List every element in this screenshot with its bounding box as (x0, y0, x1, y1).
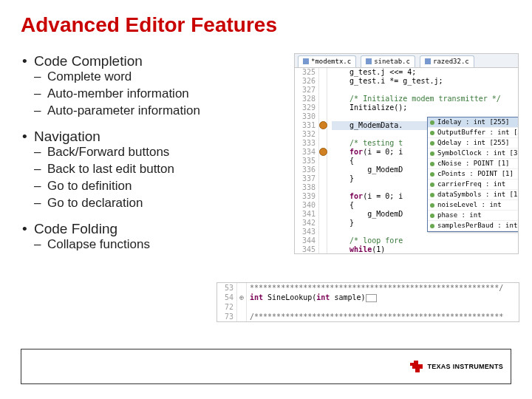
field-icon (430, 120, 434, 125)
tab-sinetab[interactable]: sinetab.c (361, 55, 415, 67)
completion-item[interactable]: samplesPerBaud : int (428, 221, 519, 231)
fold-screenshot: 53 *************************************… (216, 282, 519, 322)
field-icon (430, 183, 434, 187)
footer: TEXAS INSTRUMENTS (21, 349, 511, 384)
sub-back-forward: Back/Forward buttons (34, 145, 294, 160)
warning-marker-icon (319, 121, 327, 129)
bullet-code-folding: Code Folding (34, 221, 117, 236)
brand-text: TEXAS INSTRUMENTS (427, 364, 503, 370)
completion-item[interactable]: OutputBuffer : int [32] (428, 128, 519, 138)
completion-item[interactable]: Idelay : int [255] (428, 117, 519, 128)
sub-auto-member: Auto-member information (34, 86, 294, 101)
code-area: g_test.j <<= 4; g_test.i *= g_test.j; /*… (327, 68, 518, 254)
c-file-icon (366, 58, 372, 64)
fold-placeholder[interactable] (366, 294, 378, 302)
completion-item[interactable]: SymbolClock : int [32] (428, 149, 519, 159)
completion-item[interactable]: Qdelay : int [255] (428, 138, 519, 149)
ti-logo: TEXAS INSTRUMENTS (409, 360, 503, 373)
code-text: (i = 0; i (363, 148, 403, 156)
field-icon (430, 141, 434, 146)
fold-expand-icon[interactable]: ⊕ (237, 293, 247, 302)
sub-go-declaration: Go to declaration (34, 196, 294, 211)
line-gutter: 3253263273283293303313323333343353363373… (295, 68, 319, 254)
slide-title: Advanced Editor Features (21, 13, 511, 37)
completion-item[interactable]: cNoise : POINT [1] (428, 159, 519, 169)
completion-item[interactable]: carrierFreq : int (428, 180, 519, 190)
field-icon (430, 131, 434, 135)
completion-item[interactable]: cPoints : POINT [1] (428, 169, 519, 180)
sub-last-edit: Back to last edit button (34, 162, 294, 177)
bullet-code-completion: Code Completion (34, 53, 143, 69)
code-text: (1) (372, 245, 385, 253)
field-icon (430, 214, 434, 218)
tab-razed32[interactable]: razed32.c (420, 55, 474, 67)
completion-item[interactable]: dataSymbols : int [1] (428, 190, 519, 200)
field-icon (430, 162, 434, 166)
field-icon (430, 224, 434, 228)
editor-tabs: *modemtx.c sinetab.c razed32.c (295, 54, 518, 68)
completion-item[interactable]: noiseLevel : int (428, 200, 519, 211)
field-icon (430, 172, 434, 177)
field-icon (430, 203, 434, 208)
tab-modemtx[interactable]: *modemtx.c (298, 55, 356, 67)
sub-collapse-functions: Collapse functions (34, 237, 294, 252)
c-file-icon (425, 58, 431, 64)
field-icon (430, 151, 434, 156)
marker-bar (319, 68, 327, 254)
sub-complete-word: Complete word (34, 69, 294, 84)
completion-item[interactable]: phase : int (428, 211, 519, 221)
bullet-list: Code Completion Complete word Auto-membe… (21, 53, 294, 262)
bullet-navigation: Navigation (34, 129, 100, 144)
completion-popup[interactable]: Idelay : int [255] OutputBuffer : int [3… (427, 117, 519, 232)
sub-go-definition: Go to definition (34, 179, 294, 194)
sub-auto-parameter: Auto-parameter information (34, 103, 294, 118)
c-file-icon (303, 58, 309, 64)
ti-logo-icon (409, 360, 424, 373)
code-text: (i = 0; i (363, 192, 403, 200)
field-icon (430, 193, 434, 197)
editor-screenshot: *modemtx.c sinetab.c razed32.c 325326327… (294, 53, 519, 254)
warning-marker-icon (319, 148, 327, 156)
